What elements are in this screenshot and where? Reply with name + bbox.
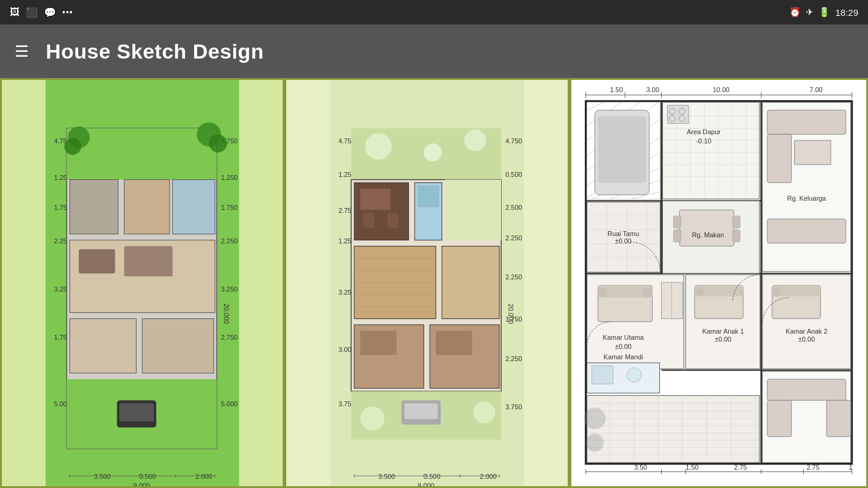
svg-point-86 (474, 401, 496, 423)
svg-text:2.000: 2.000 (480, 473, 497, 480)
svg-point-172 (598, 288, 607, 298)
svg-text:9.000: 9.000 (418, 482, 435, 486)
svg-text:Rg. Makan: Rg. Makan (692, 231, 724, 239)
svg-point-21 (209, 134, 227, 152)
svg-point-211 (585, 434, 604, 452)
svg-text:5.000: 5.000 (221, 400, 237, 407)
svg-rect-156 (794, 140, 830, 165)
floor-plan-1[interactable]: 4.750 1.250 1.750 2.250 3.250 1.750 5.00… (0, 78, 284, 488)
svg-text:2.75: 2.75 (806, 464, 819, 471)
svg-text:2.500: 2.500 (505, 204, 522, 211)
svg-text:Rg. Keluarga: Rg. Keluarga (787, 195, 826, 202)
svg-text:1.750: 1.750 (221, 204, 237, 211)
svg-text:±0.00: ±0.00 (798, 336, 814, 343)
svg-text:4.750: 4.750 (505, 137, 522, 145)
svg-text:2.250: 2.250 (505, 355, 522, 362)
svg-text:3.500: 3.500 (378, 473, 395, 480)
svg-rect-155 (767, 134, 792, 182)
svg-rect-176 (661, 282, 682, 318)
svg-rect-141 (667, 106, 689, 124)
status-bar: 🖼 ⬛ 💬 ••• ⏰ ✈ 🔋 18:29 (0, 0, 868, 24)
svg-point-185 (695, 287, 704, 296)
svg-point-61 (465, 129, 486, 151)
bbm-icon: ⬛ (26, 7, 38, 18)
svg-rect-66 (360, 188, 391, 210)
svg-rect-158 (767, 219, 846, 243)
svg-rect-22 (70, 180, 118, 234)
svg-rect-80 (436, 331, 472, 355)
svg-text:2.75: 2.75 (734, 464, 747, 471)
svg-point-181 (627, 368, 642, 382)
svg-text:3.50: 3.50 (634, 464, 647, 471)
svg-rect-147 (679, 210, 734, 246)
time-display: 18:29 (835, 7, 858, 18)
floor-plan-2[interactable]: 4.750 1.250 2.750 1.250 3.250 3.000 3.75… (284, 78, 569, 488)
svg-text:Kamar Anak 2: Kamar Anak 2 (786, 328, 827, 335)
chat-icon: 💬 (44, 7, 56, 18)
svg-point-173 (642, 288, 652, 298)
svg-rect-81 (442, 246, 499, 319)
more-icon: ••• (62, 7, 73, 17)
svg-rect-214 (767, 400, 792, 436)
svg-text:3.500: 3.500 (94, 473, 110, 480)
svg-point-62 (424, 143, 443, 162)
svg-rect-84 (405, 403, 438, 419)
svg-point-191 (773, 287, 781, 296)
svg-text:1.750: 1.750 (505, 315, 522, 323)
svg-text:0.500: 0.500 (505, 171, 522, 178)
svg-text:1.50: 1.50 (610, 86, 623, 93)
svg-text:-0.10: -0.10 (696, 137, 711, 145)
svg-rect-125 (598, 116, 646, 182)
svg-text:2.250: 2.250 (505, 234, 522, 242)
svg-text:3.500: 3.500 (424, 473, 441, 480)
svg-rect-70 (418, 185, 439, 207)
svg-rect-151 (732, 230, 740, 242)
svg-point-210 (584, 407, 606, 429)
svg-rect-78 (360, 331, 396, 355)
svg-text:9.000: 9.000 (133, 482, 150, 486)
svg-text:Area Dapur: Area Dapur (687, 128, 721, 135)
content-area: 4.750 1.250 1.750 2.250 3.250 1.750 5.00… (0, 78, 868, 488)
svg-point-60 (365, 133, 392, 160)
svg-text:2.250: 2.250 (505, 273, 522, 281)
svg-rect-148 (673, 216, 681, 228)
app-title: House Sketch Design (46, 40, 264, 63)
svg-rect-215 (826, 400, 851, 436)
svg-rect-154 (767, 110, 846, 135)
svg-text:Kamar Anak 1: Kamar Anak 1 (702, 328, 743, 335)
svg-rect-150 (732, 216, 740, 228)
svg-rect-180 (591, 366, 613, 384)
svg-rect-26 (79, 249, 115, 274)
svg-rect-149 (673, 230, 681, 242)
airplane-icon: ✈ (806, 7, 814, 18)
svg-text:2.250: 2.250 (221, 237, 237, 245)
svg-text:2.750: 2.750 (221, 334, 237, 341)
svg-rect-29 (142, 318, 214, 373)
svg-rect-64 (445, 180, 501, 240)
svg-text:10.00: 10.00 (712, 86, 729, 93)
svg-rect-32 (120, 403, 154, 422)
svg-rect-24 (173, 180, 215, 234)
floor-plan-3[interactable]: 1.50 3.00 10.00 7.00 (570, 78, 868, 488)
svg-rect-27 (124, 246, 172, 277)
status-bar-left: 🖼 ⬛ 💬 ••• (10, 7, 73, 18)
svg-rect-68 (388, 213, 399, 228)
svg-text:7.00: 7.00 (809, 86, 822, 93)
svg-rect-23 (124, 180, 169, 234)
svg-text:Kamar Mandi: Kamar Mandi (603, 353, 643, 361)
menu-button[interactable]: ☰ (15, 42, 29, 61)
svg-text:3.500: 3.500 (139, 473, 156, 480)
svg-text:±0.00: ±0.00 (615, 343, 631, 350)
svg-rect-213 (767, 379, 846, 401)
svg-text:Kamar Utama: Kamar Utama (602, 334, 644, 341)
svg-text:2.000: 2.000 (195, 473, 212, 480)
battery-icon: 🔋 (819, 7, 830, 18)
svg-text:20.000: 20.000 (223, 304, 230, 324)
svg-point-85 (360, 406, 385, 431)
svg-point-19 (64, 138, 81, 155)
status-bar-right: ⏰ ✈ 🔋 18:29 (789, 7, 858, 18)
image-icon: 🖼 (10, 7, 20, 18)
svg-text:Ruai Tamu: Ruai Tamu (607, 230, 639, 237)
svg-text:3.750: 3.750 (505, 403, 522, 411)
svg-rect-67 (363, 213, 374, 228)
